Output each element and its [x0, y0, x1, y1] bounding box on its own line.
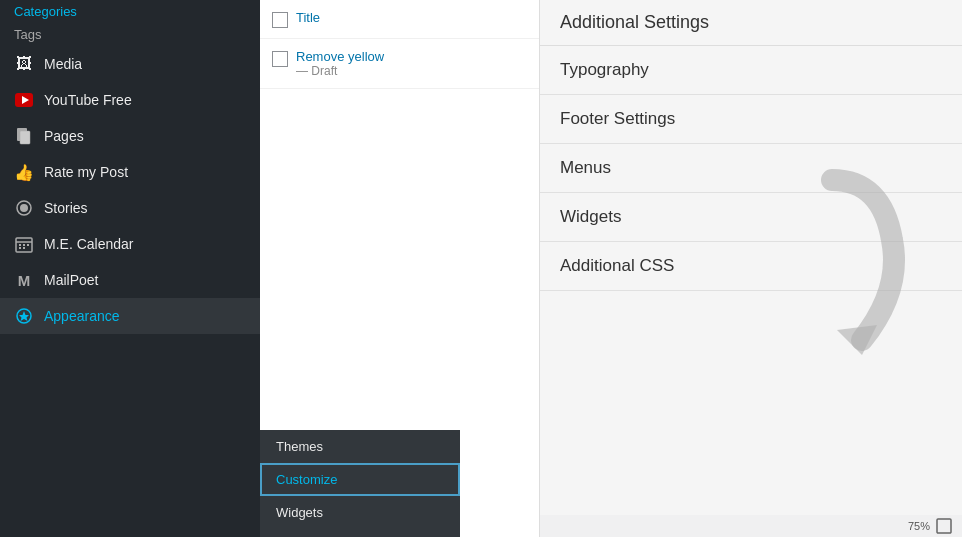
- admin-sidebar: Categories Tags 🖼 Media YouTube Free Pag…: [0, 0, 260, 537]
- svg-rect-15: [937, 519, 951, 533]
- svg-rect-10: [27, 244, 29, 246]
- stories-icon: [14, 198, 34, 218]
- svg-rect-12: [23, 247, 25, 249]
- pages-icon: [14, 126, 34, 146]
- sidebar-item-me-calendar[interactable]: M.E. Calendar: [0, 226, 260, 262]
- rate-icon: 👍: [14, 162, 34, 182]
- svg-rect-3: [20, 131, 30, 144]
- svg-rect-9: [23, 244, 25, 246]
- media-icon: 🖼: [14, 54, 34, 74]
- customizer-heading: Additional Settings: [540, 0, 962, 46]
- post-draft-label: — Draft: [296, 64, 384, 78]
- dropdown-menus[interactable]: Menus: [260, 529, 460, 537]
- sidebar-item-rate-my-post[interactable]: 👍 Rate my Post: [0, 154, 260, 190]
- mailpoet-icon: M: [14, 270, 34, 290]
- customizer-footer-settings[interactable]: Footer Settings: [540, 95, 962, 144]
- appearance-icon: [14, 306, 34, 326]
- dropdown-widgets[interactable]: Widgets: [260, 496, 460, 529]
- bottom-bar: 75%: [540, 515, 962, 537]
- calendar-icon: [14, 234, 34, 254]
- checkbox-remove-yellow[interactable]: [272, 51, 288, 67]
- customizer-typography[interactable]: Typography: [540, 46, 962, 95]
- svg-point-5: [20, 204, 28, 212]
- checkbox-title[interactable]: [272, 12, 288, 28]
- sidebar-item-categories[interactable]: Categories: [0, 0, 260, 23]
- dropdown-customize[interactable]: Customize: [260, 463, 460, 496]
- appearance-dropdown: Themes Customize Widgets Menus Header Ba…: [260, 430, 460, 537]
- sidebar-item-tags[interactable]: Tags: [0, 23, 260, 46]
- youtube-icon: [14, 90, 34, 110]
- customizer-panel: Additional Settings Typography Footer Se…: [540, 0, 962, 537]
- post-list-item-title: Title: [260, 0, 539, 39]
- sidebar-item-mailpoet[interactable]: M MailPoet: [0, 262, 260, 298]
- sidebar-item-stories[interactable]: Stories: [0, 190, 260, 226]
- post-title-label[interactable]: Title: [296, 10, 320, 25]
- zoom-icon: [936, 518, 952, 534]
- arrow-graphic: [802, 160, 922, 360]
- sidebar-item-pages[interactable]: Pages: [0, 118, 260, 154]
- sidebar-item-media[interactable]: 🖼 Media: [0, 46, 260, 82]
- post-remove-yellow-label[interactable]: Remove yellow: [296, 49, 384, 64]
- svg-rect-11: [19, 247, 21, 249]
- zoom-level: 75%: [908, 520, 930, 532]
- post-list-item-remove-yellow: Remove yellow — Draft: [260, 39, 539, 89]
- dropdown-themes[interactable]: Themes: [260, 430, 460, 463]
- svg-rect-8: [19, 244, 21, 246]
- sidebar-item-appearance[interactable]: Appearance: [0, 298, 260, 334]
- sidebar-item-youtube-free[interactable]: YouTube Free: [0, 82, 260, 118]
